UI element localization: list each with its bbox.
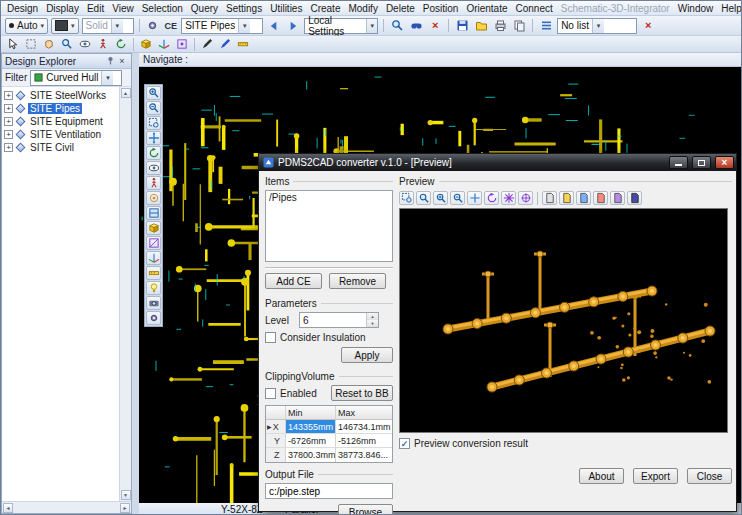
zoom-window-icon[interactable] [399, 191, 414, 205]
y-min-cell[interactable]: -6726mm [286, 434, 336, 447]
expand-icon[interactable]: + [4, 130, 13, 139]
menu-utilities[interactable]: Utilities [266, 3, 306, 14]
menu-create[interactable]: Create [306, 3, 344, 14]
print-icon[interactable] [492, 18, 508, 33]
zoom-out-icon[interactable] [450, 191, 465, 205]
menu-selection[interactable]: Selection [138, 3, 187, 14]
table-row-z[interactable]: Z 37800.3mm 38773.846... [266, 448, 392, 462]
pen-icon[interactable] [199, 37, 215, 52]
rotate-view-icon[interactable] [113, 37, 129, 52]
zoom-out-icon[interactable] [146, 101, 161, 115]
current-element-combo[interactable]: SITE Pipes ▾ [181, 18, 263, 34]
expand-icon[interactable]: + [4, 104, 13, 113]
close-dialog-button[interactable]: Close [687, 468, 732, 484]
walk-icon[interactable] [146, 176, 161, 190]
expand-icon[interactable]: + [4, 117, 13, 126]
pan-hand-icon[interactable] [41, 37, 57, 52]
tree-item-civil[interactable]: + SITE Civil [4, 141, 119, 154]
apply-button[interactable]: Apply [341, 347, 393, 363]
preview-viewport[interactable] [399, 208, 728, 433]
menu-view[interactable]: View [108, 3, 138, 14]
auto-toggle-button[interactable]: Auto ▾ [5, 18, 48, 34]
close-button[interactable]: × [715, 156, 734, 169]
y-max-cell[interactable]: -5126mm [336, 434, 392, 447]
x-min-cell[interactable]: 143355mm [286, 420, 336, 433]
clipping-enabled-checkbox[interactable] [265, 388, 276, 399]
pan-icon[interactable] [467, 191, 482, 205]
table-row-y[interactable]: Y -6726mm -5126mm [266, 434, 392, 448]
axes-small-icon[interactable] [146, 251, 161, 265]
close-panel-icon[interactable]: × [116, 56, 128, 66]
about-button[interactable]: About [579, 468, 624, 484]
copy-icon[interactable] [511, 18, 527, 33]
open-icon[interactable] [473, 18, 489, 33]
zoom-extents-icon[interactable] [416, 191, 431, 205]
scroll-up-icon[interactable]: ▲ [121, 88, 131, 98]
clip-icon[interactable] [146, 236, 161, 250]
camera-icon[interactable] [146, 296, 161, 310]
output-file-input[interactable] [265, 483, 393, 499]
dialog-title-bar[interactable]: PDMS2CAD converter v.1.0 - [Preview] × [259, 154, 736, 171]
zoom-in-icon[interactable] [433, 191, 448, 205]
rotate-icon[interactable] [484, 191, 499, 205]
level-spinner[interactable]: 6 ▲ ▼ [299, 312, 379, 328]
menu-help[interactable]: Help [717, 3, 742, 14]
spin-up-icon[interactable]: ▲ [367, 313, 378, 320]
tree-item-pipes[interactable]: + SITE Pipes [4, 102, 119, 115]
eye-icon[interactable] [77, 37, 93, 52]
menu-modify[interactable]: Modify [344, 3, 381, 14]
maximize-button[interactable] [692, 156, 711, 169]
filter-combo[interactable]: Curved Hull ▾ [30, 70, 122, 86]
menu-design[interactable]: Design [3, 3, 42, 14]
navigate-forward-icon[interactable] [285, 18, 301, 33]
table-row-x[interactable]: ▶ X 143355mm 146734.1mm [266, 420, 392, 434]
rotate-icon[interactable] [146, 146, 161, 160]
doc-purple-icon[interactable] [610, 191, 625, 205]
graphics-settings-icon[interactable] [146, 311, 161, 325]
drawlist-combo[interactable]: No list ▾ [557, 18, 637, 34]
search-icon[interactable] [408, 18, 424, 33]
axis-star-icon[interactable] [501, 191, 516, 205]
axes-icon[interactable] [156, 37, 172, 52]
view-plan-icon[interactable] [146, 206, 161, 220]
zoom-in-icon[interactable] [146, 86, 161, 100]
centre-icon[interactable] [146, 191, 161, 205]
menu-window[interactable]: Window [674, 3, 718, 14]
z-max-cell[interactable]: 38773.846... [336, 448, 392, 462]
consider-insulation-checkbox[interactable] [265, 332, 276, 343]
tree-item-ventilation[interactable]: + SITE Ventilation [4, 128, 119, 141]
expand-icon[interactable]: + [4, 91, 13, 100]
preview-conversion-checkbox[interactable]: ✓ [399, 438, 410, 449]
browse-button[interactable]: Browse [338, 504, 393, 515]
pen-blue-icon[interactable] [217, 37, 233, 52]
add-ce-button[interactable]: Add CE [265, 273, 322, 289]
pin-icon[interactable] [104, 56, 116, 67]
settings-profile-combo[interactable]: Local Settings ▾ [304, 18, 378, 34]
expand-icon[interactable]: + [4, 143, 13, 152]
colour-swatch-dropdown[interactable]: ▾ [51, 18, 79, 34]
tree-item-steelworks[interactable]: + SITE SteelWorks [4, 89, 119, 102]
select-cursor-icon[interactable] [5, 37, 21, 52]
doc-gray-icon[interactable] [542, 191, 557, 205]
measure-distance-icon[interactable] [146, 266, 161, 280]
list-item[interactable]: /Pipes [266, 191, 392, 204]
representation-combo[interactable]: Solid ▾ [82, 18, 134, 34]
clipping-volume-table[interactable]: Min Max ▶ X 143355mm 146734.1mm Y -6726m… [265, 405, 393, 463]
scroll-right-icon[interactable]: ► [120, 503, 130, 513]
spin-down-icon[interactable]: ▼ [367, 320, 378, 327]
menu-connect[interactable]: Connect [512, 3, 557, 14]
look-icon[interactable] [146, 161, 161, 175]
pan-icon[interactable] [146, 131, 161, 145]
gear-icon[interactable] [145, 18, 161, 33]
zoom-window-icon[interactable] [146, 116, 161, 130]
minimize-button[interactable] [669, 156, 688, 169]
menu-edit[interactable]: Edit [83, 3, 108, 14]
save-icon[interactable] [454, 18, 470, 33]
scroll-down-icon[interactable]: ▼ [121, 490, 131, 500]
menu-delete[interactable]: Delete [382, 3, 419, 14]
drawlist-icon[interactable] [538, 18, 554, 33]
doc-red-icon[interactable] [593, 191, 608, 205]
remove-list-icon[interactable]: × [640, 18, 656, 33]
doc-navy-icon[interactable] [627, 191, 642, 205]
explorer-horizontal-scrollbar[interactable]: ◄ ► [2, 501, 131, 513]
